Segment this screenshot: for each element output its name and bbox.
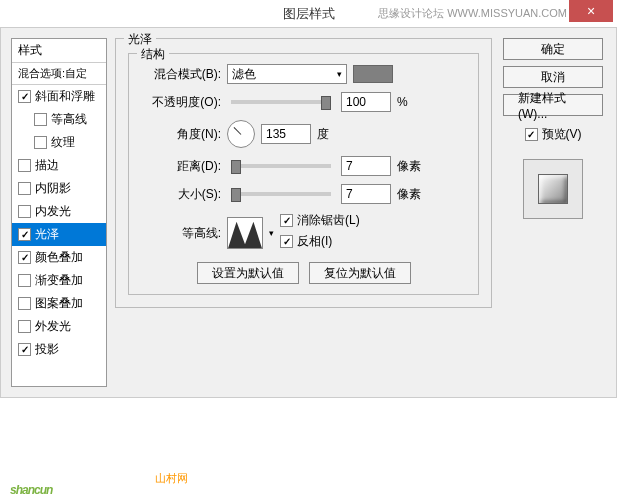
invert-checkbox[interactable] <box>280 235 293 248</box>
set-default-button[interactable]: 设置为默认值 <box>197 262 299 284</box>
style-item-3[interactable]: 描边 <box>12 154 106 177</box>
style-checkbox[interactable] <box>34 136 47 149</box>
preview-swatch <box>538 174 568 204</box>
style-checkbox[interactable] <box>18 205 31 218</box>
distance-input[interactable] <box>341 156 391 176</box>
invert-label: 反相(I) <box>297 233 332 250</box>
style-item-4[interactable]: 内阴影 <box>12 177 106 200</box>
style-label: 渐变叠加 <box>35 272 83 289</box>
dialog-body: 样式 混合选项:自定 斜面和浮雕等高线纹理描边内阴影内发光光泽颜色叠加渐变叠加图… <box>0 28 617 398</box>
structure-fieldset: 结构 混合模式(B): 滤色 ▾ 不透明度(O): % 角度(N) <box>128 53 479 295</box>
style-item-6[interactable]: 光泽 <box>12 223 106 246</box>
style-checkbox[interactable] <box>18 90 31 103</box>
style-label: 颜色叠加 <box>35 249 83 266</box>
style-checkbox[interactable] <box>18 159 31 172</box>
style-label: 外发光 <box>35 318 71 335</box>
style-checkbox[interactable] <box>18 320 31 333</box>
style-checkbox[interactable] <box>18 228 31 241</box>
distance-slider[interactable] <box>231 164 331 168</box>
size-unit: 像素 <box>397 186 427 203</box>
style-checkbox[interactable] <box>34 113 47 126</box>
distance-unit: 像素 <box>397 158 427 175</box>
style-label: 斜面和浮雕 <box>35 88 95 105</box>
subtitle-text: 思缘设计论坛 WWW.MISSYUAN.COM <box>378 6 567 21</box>
styles-header[interactable]: 样式 <box>12 39 106 63</box>
angle-label: 角度(N): <box>141 126 221 143</box>
antialias-checkbox[interactable] <box>280 214 293 227</box>
style-label: 纹理 <box>51 134 75 151</box>
ok-button[interactable]: 确定 <box>503 38 603 60</box>
style-checkbox[interactable] <box>18 182 31 195</box>
style-label: 投影 <box>35 341 59 358</box>
opacity-label: 不透明度(O): <box>141 94 221 111</box>
preview-label: 预览(V) <box>542 126 582 143</box>
style-item-0[interactable]: 斜面和浮雕 <box>12 85 106 108</box>
style-item-8[interactable]: 渐变叠加 <box>12 269 106 292</box>
style-item-11[interactable]: 投影 <box>12 338 106 361</box>
style-item-10[interactable]: 外发光 <box>12 315 106 338</box>
style-checkbox[interactable] <box>18 251 31 264</box>
center-panel: 光泽 结构 混合模式(B): 滤色 ▾ 不透明度(O): % <box>115 38 492 387</box>
style-item-9[interactable]: 图案叠加 <box>12 292 106 315</box>
style-label: 描边 <box>35 157 59 174</box>
style-item-2[interactable]: 纹理 <box>12 131 106 154</box>
size-input[interactable] <box>341 184 391 204</box>
satin-fieldset: 光泽 结构 混合模式(B): 滤色 ▾ 不透明度(O): % <box>115 38 492 308</box>
style-label: 图案叠加 <box>35 295 83 312</box>
opacity-unit: % <box>397 95 427 109</box>
size-slider[interactable] <box>231 192 331 196</box>
opacity-input[interactable] <box>341 92 391 112</box>
blend-options-default[interactable]: 混合选项:自定 <box>12 63 106 85</box>
watermark-logo: shancun <box>10 465 52 496</box>
blend-mode-value: 滤色 <box>232 66 256 83</box>
angle-input[interactable] <box>261 124 311 144</box>
angle-unit: 度 <box>317 126 347 143</box>
structure-title: 结构 <box>137 46 169 63</box>
style-label: 内阴影 <box>35 180 71 197</box>
preview-checkbox[interactable] <box>525 128 538 141</box>
opacity-slider[interactable] <box>231 100 331 104</box>
contour-picker[interactable] <box>227 217 263 249</box>
style-item-5[interactable]: 内发光 <box>12 200 106 223</box>
style-checkbox[interactable] <box>18 274 31 287</box>
style-item-1[interactable]: 等高线 <box>12 108 106 131</box>
antialias-label: 消除锯齿(L) <box>297 212 360 229</box>
preview-thumbnail <box>523 159 583 219</box>
titlebar: 图层样式 思缘设计论坛 WWW.MISSYUAN.COM × <box>0 0 617 28</box>
blend-mode-select[interactable]: 滤色 ▾ <box>227 64 347 84</box>
new-style-button[interactable]: 新建样式(W)... <box>503 94 603 116</box>
color-swatch[interactable] <box>353 65 393 83</box>
blend-mode-label: 混合模式(B): <box>141 66 221 83</box>
style-label: 等高线 <box>51 111 87 128</box>
right-panel: 确定 取消 新建样式(W)... 预览(V) <box>500 38 606 387</box>
chevron-down-icon[interactable]: ▾ <box>269 228 274 238</box>
cancel-button[interactable]: 取消 <box>503 66 603 88</box>
contour-label: 等高线: <box>141 225 221 242</box>
styles-list-panel: 样式 混合选项:自定 斜面和浮雕等高线纹理描边内阴影内发光光泽颜色叠加渐变叠加图… <box>11 38 107 387</box>
style-checkbox[interactable] <box>18 343 31 356</box>
distance-label: 距离(D): <box>141 158 221 175</box>
style-label: 光泽 <box>35 226 59 243</box>
watermark-cn: 山村网 <box>155 471 188 486</box>
style-label: 内发光 <box>35 203 71 220</box>
reset-default-button[interactable]: 复位为默认值 <box>309 262 411 284</box>
style-checkbox[interactable] <box>18 297 31 310</box>
angle-dial[interactable] <box>227 120 255 148</box>
chevron-down-icon: ▾ <box>337 69 342 79</box>
close-button[interactable]: × <box>569 0 613 22</box>
style-item-7[interactable]: 颜色叠加 <box>12 246 106 269</box>
size-label: 大小(S): <box>141 186 221 203</box>
